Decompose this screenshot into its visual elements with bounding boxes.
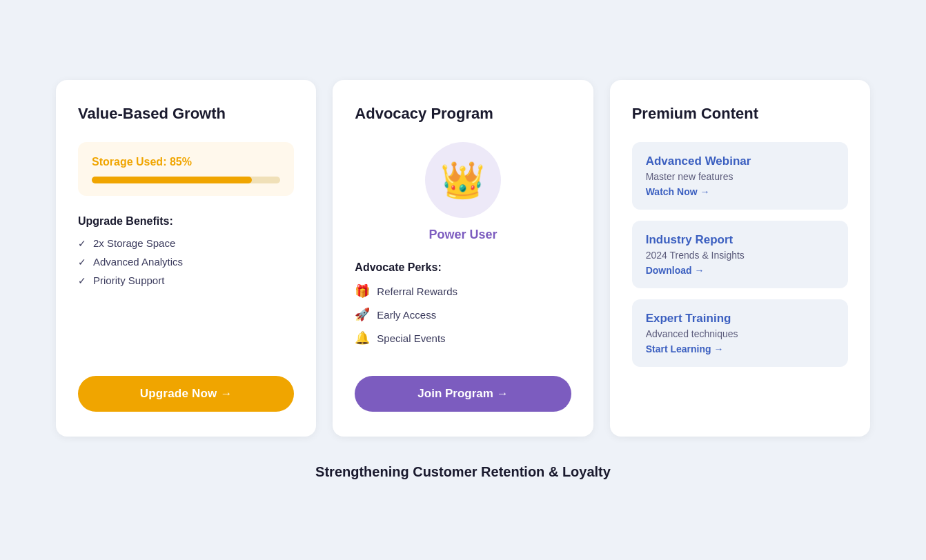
advocacy-program-card: Advocacy Program 👑 Power User Advocate P…	[333, 80, 593, 437]
upgrade-now-button[interactable]: Upgrade Now →	[78, 376, 294, 412]
perk-emoji-3: 🔔	[355, 330, 370, 346]
perk-emoji-1: 🎁	[355, 283, 370, 299]
training-title: Expert Training	[646, 312, 834, 326]
benefit-item-3: ✓ Priority Support	[78, 274, 294, 286]
perk-label-3: Special Events	[377, 332, 445, 344]
join-program-button[interactable]: Join Program →	[355, 376, 571, 412]
benefit-label-1: 2x Storage Space	[93, 237, 175, 249]
perk-label-2: Early Access	[377, 309, 436, 321]
perk-label-1: Referral Rewards	[377, 286, 457, 297]
download-link[interactable]: Download →	[646, 265, 834, 276]
check-icon-1: ✓	[78, 238, 86, 249]
storage-label: Storage Used: 85%	[92, 156, 280, 168]
premium-content-card: Premium Content Advanced Webinar Master …	[610, 80, 870, 437]
training-desc: Advanced techniques	[646, 328, 834, 339]
benefit-item-2: ✓ Advanced Analytics	[78, 256, 294, 268]
perk-item-3: 🔔 Special Events	[355, 330, 571, 346]
card1-title: Value-Based Growth	[78, 105, 294, 123]
check-icon-2: ✓	[78, 257, 86, 268]
webinar-desc: Master new features	[646, 171, 834, 182]
avatar-circle: 👑	[425, 142, 501, 218]
progress-bar-fill	[92, 177, 252, 183]
perk-item-2: 🚀 Early Access	[355, 307, 571, 322]
card2-title: Advocacy Program	[355, 105, 571, 123]
crown-emoji: 👑	[440, 159, 485, 201]
perks-title: Advocate Perks:	[355, 261, 571, 274]
perk-emoji-2: 🚀	[355, 307, 370, 322]
benefit-label-3: Priority Support	[93, 274, 164, 286]
storage-box: Storage Used: 85%	[78, 142, 294, 196]
start-learning-link[interactable]: Start Learning →	[646, 343, 834, 354]
power-user-label: Power User	[428, 228, 497, 242]
benefits-title: Upgrade Benefits:	[78, 215, 294, 228]
content-item-training: Expert Training Advanced techniques Star…	[632, 299, 848, 367]
content-item-webinar: Advanced Webinar Master new features Wat…	[632, 142, 848, 210]
content-item-report: Industry Report 2024 Trends & Insights D…	[632, 221, 848, 288]
perk-item-1: 🎁 Referral Rewards	[355, 283, 571, 299]
value-based-growth-card: Value-Based Growth Storage Used: 85% Upg…	[56, 80, 316, 437]
progress-bar-bg	[92, 177, 280, 183]
watch-now-link[interactable]: Watch Now →	[646, 186, 834, 197]
card3-title: Premium Content	[632, 105, 848, 123]
cards-container: Value-Based Growth Storage Used: 85% Upg…	[56, 80, 870, 437]
report-desc: 2024 Trends & Insights	[646, 250, 834, 261]
footer-text: Strengthening Customer Retention & Loyal…	[315, 464, 611, 480]
check-icon-3: ✓	[78, 275, 86, 286]
benefit-label-2: Advanced Analytics	[93, 256, 183, 268]
report-title: Industry Report	[646, 233, 834, 247]
benefit-item-1: ✓ 2x Storage Space	[78, 237, 294, 249]
avatar-section: 👑 Power User	[355, 142, 571, 242]
webinar-title: Advanced Webinar	[646, 154, 834, 168]
